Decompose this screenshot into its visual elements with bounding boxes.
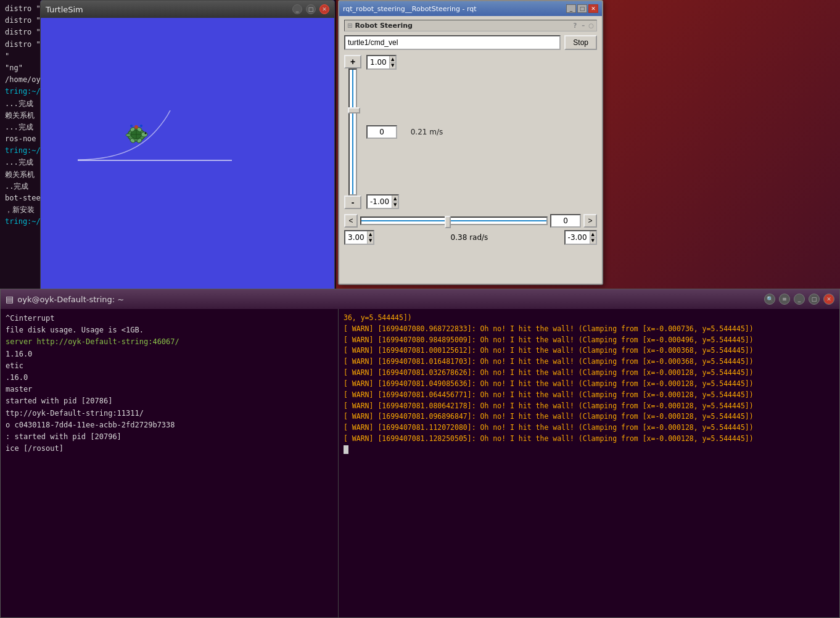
terminal-bottom-right-line: [ WARN] [1699407081.016481703]: Oh no! I… bbox=[344, 356, 834, 368]
bottom-row: 3.00 ▲ ▼ 0.38 rad/s -3.00 ▲ ▼ bbox=[344, 230, 597, 245]
topic-input[interactable] bbox=[344, 35, 561, 50]
angular-min-down[interactable]: ▼ bbox=[590, 238, 596, 244]
panel-options-icon: – bbox=[582, 22, 585, 29]
terminal-bottom-right-line: [ WARN] [1699407081.112072080]: Oh no! I… bbox=[344, 422, 834, 434]
angular-max-down[interactable]: ▼ bbox=[368, 238, 373, 244]
linear-velocity-slider[interactable] bbox=[348, 68, 357, 196]
terminal-title-text: oyk@oyk-Default-string: ~ bbox=[17, 295, 124, 304]
turtlesim-maximize-button[interactable]: □ bbox=[306, 4, 316, 14]
linear-current-value[interactable]: 0 bbox=[366, 125, 397, 139]
angular-max-up[interactable]: ▲ bbox=[368, 231, 373, 238]
terminal-close-button[interactable]: ✕ bbox=[823, 294, 834, 305]
angular-min-arrows[interactable]: ▲ ▼ bbox=[590, 231, 596, 244]
turtle-trail bbox=[78, 160, 232, 161]
linear-min-arrows[interactable]: ▲ ▼ bbox=[392, 196, 398, 208]
linear-slider-thumb[interactable] bbox=[348, 107, 360, 113]
terminal-bottom-left-line: master bbox=[6, 384, 333, 395]
terminal-bottom-left-line: started with pid [20786] bbox=[6, 395, 333, 407]
angular-right-button[interactable]: > bbox=[583, 214, 597, 228]
robot-steering-header: ⊞ Robot Steering ? – ○ bbox=[344, 20, 597, 31]
rqt-minimize-button[interactable]: _ bbox=[566, 4, 576, 13]
robot-steering-panel: ⊞ Robot Steering ? – ○ Stop + bbox=[339, 16, 602, 284]
rqt-window: rqt_robot_steering__RobotSteering - rqt … bbox=[338, 0, 603, 285]
terminal-right-panel: 36, y=5.544445])[ WARN] [1699407080.9687… bbox=[339, 309, 839, 617]
rqt-title-left: rqt_robot_steering__RobotSteering - rqt bbox=[343, 5, 477, 13]
terminal-bottom-right-line: [ WARN] [1699407081.000125612]: Oh no! I… bbox=[344, 345, 834, 356]
linear-min-spinbox[interactable]: -1.00 ▲ ▼ bbox=[366, 194, 399, 209]
terminal-controls: 🔍 ≡ _ □ ✕ bbox=[764, 294, 834, 305]
terminal-cursor bbox=[344, 445, 348, 454]
terminal-menu-button[interactable]: ≡ bbox=[779, 294, 790, 305]
help-icon: ? bbox=[573, 22, 577, 29]
v-slider-line bbox=[352, 70, 353, 194]
angular-current-value[interactable]: 0 bbox=[550, 214, 581, 228]
svg-point-12 bbox=[140, 125, 142, 127]
linear-speed-label: 0.21 m/s bbox=[402, 128, 451, 136]
terminal-bottom: ▤ oyk@oyk-Default-string: ~ 🔍 ≡ _ □ ✕ ^C… bbox=[0, 289, 840, 618]
h-slider-line bbox=[361, 220, 546, 221]
angular-max-spinbox[interactable]: 3.00 ▲ ▼ bbox=[344, 230, 374, 245]
turtlesim-titlebar: TurtleSim _ □ ✕ bbox=[41, 1, 334, 18]
turtlesim-minimize-button[interactable]: _ bbox=[292, 4, 302, 14]
rqt-maximize-button[interactable]: □ bbox=[577, 4, 587, 13]
rqt-title-text: rqt_robot_steering__RobotSteering - rqt bbox=[343, 5, 477, 13]
panel-close-icon: ○ bbox=[588, 22, 594, 29]
terminal-minimize-button[interactable]: _ bbox=[794, 294, 805, 305]
linear-center-row: 0 0.21 m/s bbox=[366, 125, 451, 139]
terminal-maximize-button[interactable]: □ bbox=[809, 294, 820, 305]
terminal-bottom-left-line: 1.16.0 bbox=[6, 348, 333, 360]
svg-point-13 bbox=[130, 125, 133, 127]
terminal-bottom-left-line: ttp://oyk-Default-string:11311/ bbox=[6, 408, 333, 419]
terminal-content: ^Cinterruptfile disk usage. Usage is <1G… bbox=[1, 309, 839, 617]
steering-icon: ⊞ bbox=[347, 22, 352, 29]
terminal-bottom-left-line: server http://oyk-Default-string:46067/ bbox=[6, 336, 333, 348]
linear-max-spinbox[interactable]: 1.00 ▲ ▼ bbox=[366, 55, 397, 70]
angular-max-arrows[interactable]: ▲ ▼ bbox=[367, 231, 373, 244]
terminal-bottom-right-line: 36, y=5.544445]) bbox=[344, 313, 834, 324]
terminal-left-panel: ^Cinterruptfile disk usage. Usage is <1G… bbox=[1, 309, 339, 617]
terminal-bottom-left-line: o c0430118-7dd4-11ee-acbb-2fd2729b7338 bbox=[6, 419, 333, 431]
terminal-right-cursor bbox=[344, 445, 834, 456]
terminal-search-button[interactable]: 🔍 bbox=[764, 294, 775, 305]
stop-button[interactable]: Stop bbox=[564, 35, 597, 50]
svg-point-4 bbox=[141, 132, 147, 137]
topic-row: Stop bbox=[344, 35, 597, 50]
linear-max-arrows[interactable]: ▲ ▼ bbox=[389, 56, 395, 68]
turtlesim-title: TurtleSim bbox=[46, 5, 83, 14]
terminal-bottom-left-line: .16.0 bbox=[6, 372, 333, 384]
linear-max-down[interactable]: ▼ bbox=[390, 63, 395, 69]
turtlesim-window: TurtleSim _ □ ✕ bbox=[40, 0, 335, 313]
linear-max-up[interactable]: ▲ bbox=[390, 56, 395, 63]
angular-max-value: 3.00 bbox=[345, 231, 367, 244]
angular-min-spinbox[interactable]: -3.00 ▲ ▼ bbox=[564, 230, 597, 245]
angular-min-up[interactable]: ▲ bbox=[590, 231, 596, 238]
rqt-close-button[interactable]: ✕ bbox=[588, 4, 598, 13]
angular-left-button[interactable]: < bbox=[344, 214, 358, 228]
terminal-bottom-right-line: [ WARN] [1699407081.128250505]: Oh no! I… bbox=[344, 434, 834, 445]
terminal-bottom-left-line: file disk usage. Usage is <1GB. bbox=[6, 324, 333, 336]
angular-slider-thumb[interactable] bbox=[445, 216, 451, 228]
angular-speed-label: 0.38 rad/s bbox=[378, 233, 560, 242]
rqt-win-controls: _ □ ✕ bbox=[566, 4, 598, 13]
terminal-title-left: ▤ oyk@oyk-Default-string: ~ bbox=[6, 294, 124, 304]
terminal-bottom-left-line: etic bbox=[6, 360, 333, 372]
terminal-bottom-right-line: [ WARN] [1699407081.032678626]: Oh no! I… bbox=[344, 368, 834, 379]
terminal-bottom-right-line: [ WARN] [1699407081.064456771]: Oh no! I… bbox=[344, 390, 834, 401]
linear-minus-button[interactable]: - bbox=[344, 196, 361, 209]
turtlesim-close-button[interactable]: ✕ bbox=[319, 4, 329, 14]
turtle-sprite bbox=[121, 120, 152, 153]
turtlesim-controls: _ □ ✕ bbox=[292, 4, 329, 14]
turtlesim-canvas bbox=[41, 18, 334, 313]
linear-max-value: 1.00 bbox=[368, 56, 389, 68]
angular-velocity-slider[interactable] bbox=[360, 216, 548, 225]
linear-plus-button[interactable]: + bbox=[344, 55, 361, 68]
terminal-bottom-right-line: [ WARN] [1699407081.049085636]: Oh no! I… bbox=[344, 379, 834, 390]
linear-min-value: -1.00 bbox=[368, 196, 392, 208]
angular-min-value: -3.00 bbox=[566, 231, 590, 244]
linear-min-down[interactable]: ▼ bbox=[392, 202, 398, 208]
panel-title: Robot Steering bbox=[355, 22, 413, 30]
terminal-icon: ▤ bbox=[6, 294, 14, 304]
svg-point-11 bbox=[134, 125, 138, 129]
linear-min-up[interactable]: ▲ bbox=[392, 196, 398, 202]
terminal-bottom-left-line: ^Cinterrupt bbox=[6, 313, 333, 324]
